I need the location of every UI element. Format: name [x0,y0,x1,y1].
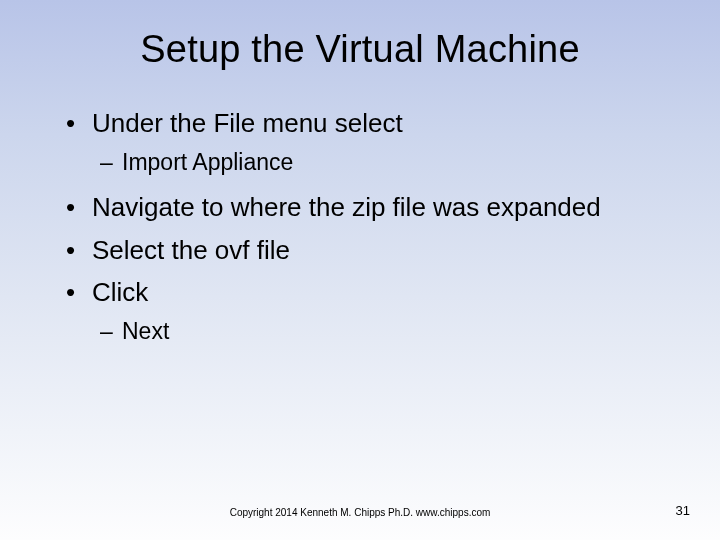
bullet-text: Select the ovf file [92,235,290,265]
sub-bullet-text: Import Appliance [122,149,293,175]
sub-bullet-item: Next [100,317,670,347]
sub-bullet-text: Next [122,318,169,344]
bullet-item: Under the File menu select Import Applia… [66,107,670,177]
bullet-item: Select the ovf file [66,234,670,267]
sub-bullet-list: Import Appliance [92,148,670,178]
bullet-item: Navigate to where the zip file was expan… [66,191,670,224]
bullet-text: Under the File menu select [92,108,403,138]
bullet-item: Click Next [66,276,670,346]
sub-bullet-item: Import Appliance [100,148,670,178]
page-number: 31 [676,503,690,518]
footer-copyright: Copyright 2014 Kenneth M. Chipps Ph.D. w… [0,507,720,518]
bullet-text: Click [92,277,148,307]
slide: Setup the Virtual Machine Under the File… [0,0,720,540]
bullet-list: Under the File menu select Import Applia… [50,107,670,347]
bullet-text: Navigate to where the zip file was expan… [92,192,601,222]
slide-title: Setup the Virtual Machine [50,28,670,71]
sub-bullet-list: Next [92,317,670,347]
